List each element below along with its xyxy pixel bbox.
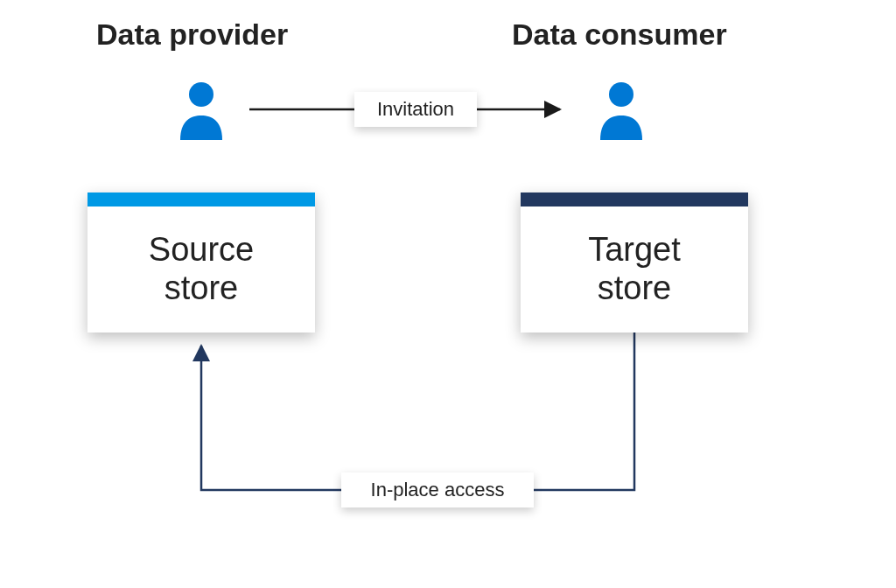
provider-person-icon: [175, 79, 228, 140]
inplace-access-label-box: In-place access: [341, 472, 534, 508]
source-store-label-line2: store: [164, 270, 238, 308]
invitation-label-box: Invitation: [354, 92, 477, 127]
target-store-box: Target store: [521, 192, 748, 332]
inplace-access-label: In-place access: [371, 479, 505, 501]
consumer-person-icon: [595, 79, 648, 140]
target-store-label-line2: store: [598, 270, 671, 308]
source-store-stripe: [88, 192, 315, 206]
target-store-stripe: [521, 192, 748, 206]
svg-point-0: [189, 82, 214, 107]
provider-title: Data provider: [96, 18, 288, 52]
target-store-label-line1: Target: [588, 231, 681, 270]
svg-point-1: [609, 82, 634, 107]
source-store-box: Source store: [88, 192, 315, 332]
invitation-label: Invitation: [377, 98, 454, 121]
source-store-label-line1: Source: [149, 231, 254, 270]
consumer-title: Data consumer: [512, 18, 727, 52]
